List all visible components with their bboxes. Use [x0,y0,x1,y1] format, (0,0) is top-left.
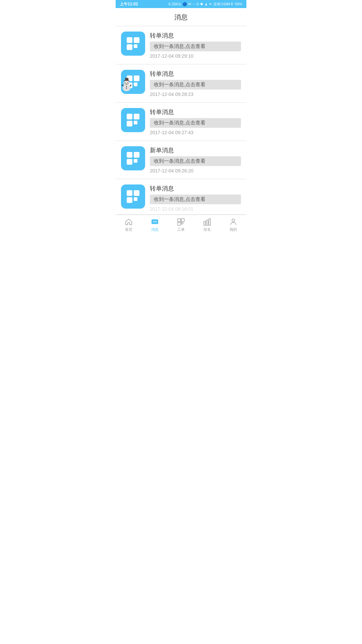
svg-point-21 [153,221,154,222]
svg-rect-5 [134,75,139,81]
snowman-decoration: ⛄ [121,78,132,94]
svg-rect-28 [204,221,205,225]
status-icons: 🔵 ✉ ··· ⊙ ✱ ▲ ✕ [182,2,212,6]
svg-rect-13 [134,152,139,158]
nav-item-ranking[interactable]: 排名 [194,215,220,235]
status-right: 6.26K/s 🔵 ✉ ··· ⊙ ✱ ▲ ✕ 没有USIM卡 59% [169,2,242,7]
message-content: 转单消息 收到一条消息,点击查看 2017-12-04 09:27:43 [150,108,241,135]
nav-label-workorder: 工单 [177,227,185,232]
message-time: 2017-12-04 09:16:01 [150,206,241,212]
message-title: 转单消息 [150,32,241,40]
message-item[interactable]: ⛄ 转单消息 收到一条消息,点击查看 2017-12-04 09:28:23 [116,64,246,103]
message-item[interactable]: 转单消息 收到一条消息,点击查看 2017-12-04 09:29:10 [116,26,246,64]
message-time: 2017-12-04 09:27:43 [150,130,241,135]
svg-point-23 [156,221,157,222]
status-bar: 上午11:02 6.26K/s 🔵 ✉ ··· ⊙ ✱ ▲ ✕ 没有USIM卡 … [116,0,246,8]
status-time: 上午11:02 [120,1,138,7]
svg-point-31 [232,219,235,222]
nav-item-mine[interactable]: 我的 [220,215,246,235]
message-item[interactable]: 转单消息 收到一条消息,点击查看 2017-12-04 09:16:01 [116,179,246,215]
message-title: 新单消息 [150,146,241,154]
bottom-navigation: 首页 消息 工单 排名 我 [116,215,246,235]
svg-rect-14 [127,159,132,165]
nav-item-home[interactable]: 首页 [116,215,142,235]
nav-label-home: 首页 [125,227,132,232]
message-item[interactable]: 新单消息 收到一条消息,点击查看 2017-12-04 09:26:20 [116,141,246,179]
message-title: 转单消息 [150,70,241,78]
message-icon [121,32,145,56]
message-title: 转单消息 [150,184,241,193]
svg-rect-1 [134,37,139,43]
message-content: 转单消息 收到一条消息,点击查看 2017-12-04 09:16:01 [150,184,241,212]
nav-label-mine: 我的 [230,227,237,232]
svg-rect-29 [206,220,208,225]
ranking-icon [203,218,211,226]
svg-rect-15 [134,159,137,163]
message-icon: ⛄ [121,70,145,94]
svg-rect-3 [134,44,137,48]
nav-label-ranking: 排名 [203,227,211,232]
message-preview: 收到一条消息,点击查看 [150,156,241,166]
nav-label-message: 消息 [151,227,159,232]
svg-point-22 [155,221,156,222]
svg-rect-27 [181,222,183,224]
workorder-icon [177,218,185,226]
svg-rect-25 [181,219,184,222]
message-preview: 收到一条消息,点击查看 [150,80,241,90]
status-carrier: 没有USIM卡 [213,2,234,7]
message-list: 转单消息 收到一条消息,点击查看 2017-12-04 09:29:10 ⛄ 转… [116,26,246,215]
message-time: 2017-12-04 09:26:20 [150,168,241,173]
message-preview: 收到一条消息,点击查看 [150,118,241,128]
message-preview: 收到一条消息,点击查看 [150,195,241,204]
svg-rect-17 [134,190,139,196]
svg-rect-0 [127,37,132,43]
svg-rect-30 [209,219,210,225]
svg-rect-16 [127,190,132,196]
message-time: 2017-12-04 09:28:23 [150,92,241,97]
svg-rect-26 [178,222,181,225]
message-title: 转单消息 [150,108,241,116]
nav-item-message[interactable]: 消息 [142,215,168,235]
svg-rect-7 [134,83,137,86]
status-battery: 59% [235,2,242,6]
svg-rect-19 [134,197,137,201]
svg-rect-12 [127,152,132,158]
svg-rect-9 [134,114,139,119]
svg-rect-10 [127,121,132,126]
message-icon [121,108,145,132]
svg-rect-24 [178,219,181,222]
message-icon [121,184,145,209]
grid-icon [125,151,141,166]
home-icon [125,218,133,226]
grid-icon [125,36,141,51]
status-network: 6.26K/s [169,2,181,6]
message-content: 新单消息 收到一条消息,点击查看 2017-12-04 09:26:20 [150,146,241,173]
svg-rect-8 [127,114,132,119]
nav-item-workorder[interactable]: 工单 [168,215,194,235]
message-content: 转单消息 收到一条消息,点击查看 2017-12-04 09:28:23 [150,70,241,97]
svg-rect-11 [134,121,137,124]
page-title: 消息 [116,8,246,26]
mine-icon [229,218,237,226]
grid-icon [125,112,141,128]
message-preview: 收到一条消息,点击查看 [150,42,241,51]
grid-icon [125,189,141,204]
svg-rect-2 [127,44,132,50]
message-content: 转单消息 收到一条消息,点击查看 2017-12-04 09:29:10 [150,32,241,59]
message-item[interactable]: 转单消息 收到一条消息,点击查看 2017-12-04 09:27:43 [116,103,246,141]
message-time: 2017-12-04 09:29:10 [150,53,241,59]
svg-rect-18 [127,197,132,203]
message-nav-icon [151,218,159,226]
message-icon [121,146,145,170]
